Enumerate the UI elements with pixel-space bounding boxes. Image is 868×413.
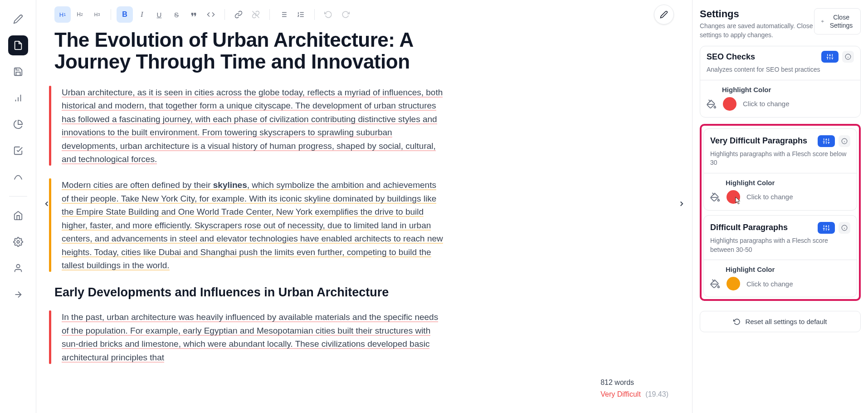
redo-button[interactable] (337, 6, 354, 23)
refresh-icon (733, 318, 741, 325)
difficulty-score: Very Difficult (19.43) (600, 390, 668, 398)
highlight-color-label: Highlight Color (726, 179, 850, 187)
curve-icon[interactable] (8, 167, 28, 187)
user-icon[interactable] (8, 258, 28, 278)
paragraph-block[interactable]: Modern cities are often defined by their… (54, 178, 444, 272)
difficulty-bar-red (49, 310, 51, 364)
settings-title: Settings (700, 8, 814, 20)
sliders-icon (823, 138, 830, 145)
home-icon[interactable] (8, 206, 28, 226)
arrow-left-icon (821, 18, 825, 25)
info-icon (845, 54, 851, 60)
card-title: Very Difficult Paragraphs (710, 136, 814, 146)
seo-checks-card: SEO Checks Analyzes content for SEO best… (700, 46, 861, 118)
card-description: Analyzes content for SEO best practices (707, 65, 854, 74)
card-description: Highlights paragraphs with a Flesch scor… (710, 236, 850, 254)
bullet-list-button[interactable] (275, 6, 292, 23)
quote-button[interactable] (185, 6, 202, 23)
paint-bucket-icon (710, 192, 720, 202)
paragraph-block[interactable]: In the past, urban architecture was heav… (54, 310, 444, 364)
close-settings-button[interactable]: Close Settings (814, 8, 861, 34)
bar-chart-icon[interactable] (8, 88, 28, 108)
paragraph-block[interactable]: Urban architecture, as it is seen in cit… (54, 86, 444, 166)
paragraph-text[interactable]: In the past, urban architecture was heav… (62, 312, 438, 362)
italic-button[interactable]: I (134, 6, 150, 23)
info-icon (841, 138, 848, 144)
paragraph-text[interactable]: Modern cities are often defined by their… (62, 180, 443, 270)
gear-icon[interactable] (8, 232, 28, 252)
click-to-change[interactable]: Click to change (746, 280, 793, 288)
link-button[interactable] (230, 6, 247, 23)
settings-subtitle: Changes are saved automatically. Close s… (700, 22, 814, 39)
main-area: H1 H2 H3 B I U S (36, 0, 692, 413)
numbered-list-button[interactable] (293, 6, 309, 23)
difficulty-bar-red (49, 86, 51, 166)
click-to-change[interactable]: Click to change (743, 100, 790, 108)
card-title: Difficult Paragraphs (710, 223, 814, 232)
info-button[interactable] (839, 222, 850, 234)
info-button[interactable] (839, 135, 850, 147)
bold-button[interactable]: B (117, 6, 133, 23)
info-icon (841, 225, 848, 231)
sidebar-divider (9, 196, 27, 197)
prev-arrow-icon[interactable] (40, 197, 54, 211)
sliders-icon (826, 53, 834, 60)
toggle-button[interactable] (818, 222, 835, 234)
pencil-icon[interactable] (8, 9, 28, 29)
toggle-button[interactable] (821, 51, 839, 63)
underline-button[interactable]: U (151, 6, 167, 23)
expand-icon[interactable] (8, 285, 28, 305)
color-swatch[interactable] (723, 97, 736, 111)
word-count: 812 words (600, 379, 668, 387)
stats-box: 812 words Very Difficult (19.43) (593, 373, 676, 404)
code-button[interactable] (203, 6, 219, 23)
reset-settings-button[interactable]: Reset all settings to default (700, 311, 861, 332)
paragraph-text[interactable]: Urban architecture, as it is seen in cit… (62, 88, 443, 164)
undo-button[interactable] (320, 6, 336, 23)
paint-bucket-icon (707, 99, 717, 109)
very-difficult-card: Very Difficult Paragraphs Highlights par… (703, 128, 857, 211)
unlink-button[interactable] (248, 6, 264, 23)
svg-point-4 (16, 265, 20, 268)
highlighter-icon[interactable] (8, 141, 28, 161)
document-icon[interactable] (8, 35, 28, 55)
highlighted-settings: Very Difficult Paragraphs Highlights par… (700, 124, 861, 301)
h3-button[interactable]: H3 (89, 6, 105, 23)
color-swatch[interactable] (727, 190, 740, 204)
card-title: SEO Checks (707, 52, 818, 62)
left-sidebar (0, 0, 36, 413)
sliders-icon (823, 224, 830, 231)
edit-mode-button[interactable] (654, 5, 674, 25)
document-title[interactable]: The Evolution of Urban Architecture: A J… (54, 29, 444, 73)
highlight-color-label: Highlight Color (726, 266, 850, 273)
difficult-card: Difficult Paragraphs Highlights paragrap… (703, 215, 857, 297)
paint-bucket-icon (710, 279, 720, 289)
color-swatch[interactable] (727, 277, 740, 290)
toggle-button[interactable] (818, 135, 835, 147)
next-arrow-icon[interactable] (675, 197, 688, 211)
strikethrough-button[interactable]: S (168, 6, 185, 23)
h1-button[interactable]: H1 (54, 6, 71, 23)
settings-panel: Settings Changes are saved automatically… (692, 0, 868, 413)
difficulty-bar-orange (49, 178, 51, 272)
subheading[interactable]: Early Developments and Influences in Urb… (54, 285, 444, 300)
pie-chart-icon[interactable] (8, 114, 28, 134)
toolbar: H1 H2 H3 B I U S (36, 0, 692, 29)
click-to-change[interactable]: Click to change (746, 193, 793, 201)
info-button[interactable] (842, 51, 854, 63)
card-description: Highlights paragraphs with a Flesch scor… (710, 150, 850, 167)
editor[interactable]: The Evolution of Urban Architecture: A J… (36, 29, 692, 413)
save-icon[interactable] (8, 62, 28, 82)
svg-point-3 (17, 241, 20, 243)
highlight-color-label: Highlight Color (722, 86, 854, 93)
h2-button[interactable]: H2 (72, 6, 88, 23)
